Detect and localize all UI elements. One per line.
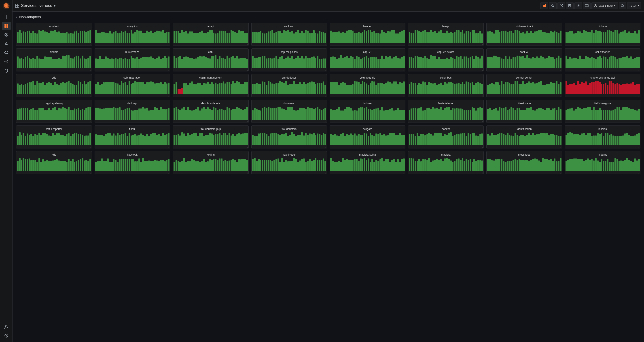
time-range-button[interactable]: Last 1 hour ▾ [592, 2, 618, 9]
resize-handle[interactable]: ⌟ [95, 68, 170, 71]
resize-handle[interactable]: ⌟ [408, 145, 484, 148]
service-card[interactable]: dark-api⌟ [94, 100, 170, 123]
service-card[interactable]: binbase-binapi⌟ [486, 23, 562, 46]
resize-handle[interactable]: ⌟ [16, 171, 92, 174]
service-card[interactable]: fault-detector⌟ [408, 100, 484, 123]
resize-handle[interactable]: ⌟ [173, 94, 248, 97]
service-card[interactable]: capi-v1-pcidss⌟ [251, 48, 327, 71]
service-card[interactable]: capi-v2-pcidss⌟ [408, 48, 484, 71]
resize-handle[interactable]: ⌟ [330, 171, 405, 174]
service-card[interactable]: columbus⌟ [408, 74, 484, 97]
resize-handle[interactable]: ⌟ [408, 43, 484, 45]
resize-handle[interactable]: ⌟ [486, 94, 562, 97]
sidebar-item-add[interactable] [2, 13, 11, 21]
service-card[interactable]: messages⌟ [486, 151, 562, 174]
service-card[interactable]: ceb-integration⌟ [94, 74, 170, 97]
resize-handle[interactable]: ⌟ [173, 145, 248, 148]
resize-handle[interactable]: ⌟ [486, 120, 562, 123]
service-card[interactable]: capi-v1⌟ [330, 48, 406, 71]
service-card[interactable]: fistful-reporter⌟ [16, 126, 92, 149]
view-toggle-button[interactable] [540, 2, 548, 9]
resize-handle[interactable]: ⌟ [330, 94, 405, 97]
resize-handle[interactable]: ⌟ [330, 120, 405, 123]
resize-handle[interactable]: ⌟ [95, 171, 170, 174]
resize-handle[interactable]: ⌟ [173, 43, 248, 45]
sidebar-item-help[interactable] [2, 332, 11, 340]
service-card[interactable]: keycloak⌟ [94, 151, 170, 174]
resize-handle[interactable]: ⌟ [252, 145, 327, 148]
service-card[interactable]: actula-ui⌟ [16, 23, 92, 46]
resize-handle[interactable]: ⌟ [330, 43, 405, 45]
resize-handle[interactable]: ⌟ [330, 68, 405, 71]
service-card[interactable]: hellgate⌟ [330, 126, 406, 149]
resize-handle[interactable]: ⌟ [565, 145, 640, 148]
resize-handle[interactable]: ⌟ [173, 171, 248, 174]
service-card[interactable]: insales⌟ [565, 126, 641, 149]
resize-handle[interactable]: ⌟ [486, 68, 562, 71]
service-card[interactable]: magista-kafka⌟ [330, 151, 406, 174]
service-card[interactable]: identification⌟ [486, 126, 562, 149]
service-card[interactable]: capi-v2⌟ [486, 48, 562, 71]
service-card[interactable]: cabi⌟ [173, 48, 249, 71]
resize-handle[interactable]: ⌟ [173, 120, 248, 123]
sidebar-item-shield[interactable] [2, 66, 11, 75]
sidebar-item-settings[interactable] [2, 58, 11, 66]
sidebar-item-cloud[interactable] [2, 49, 11, 57]
resize-handle[interactable]: ⌟ [486, 145, 562, 148]
search-button[interactable] [619, 2, 626, 9]
resize-handle[interactable]: ⌟ [486, 43, 562, 45]
star-button[interactable] [549, 2, 556, 9]
resize-handle[interactable]: ⌟ [330, 145, 405, 148]
service-card[interactable]: analytics⌟ [94, 23, 170, 46]
resize-handle[interactable]: ⌟ [408, 94, 484, 97]
tv-button[interactable] [583, 2, 590, 9]
service-card[interactable]: machinegun⌟ [251, 151, 327, 174]
service-card[interactable]: hooker⌟ [408, 126, 484, 149]
resize-handle[interactable]: ⌟ [16, 120, 92, 123]
service-card[interactable]: koffing⌟ [173, 151, 249, 174]
resize-handle[interactable]: ⌟ [173, 68, 248, 71]
resize-handle[interactable]: ⌟ [408, 68, 484, 71]
service-card[interactable]: control-center⌟ [486, 74, 562, 97]
resize-handle[interactable]: ⌟ [16, 43, 92, 45]
resize-handle[interactable]: ⌟ [252, 94, 327, 97]
title-chevron[interactable]: ▾ [54, 4, 56, 7]
resize-handle[interactable]: ⌟ [16, 94, 92, 97]
service-card[interactable]: binbase⌟ [565, 23, 641, 46]
service-card[interactable]: cbr-exporter⌟ [565, 48, 641, 71]
service-card[interactable]: columbus-db⌟ [330, 74, 406, 97]
resize-handle[interactable]: ⌟ [565, 171, 640, 174]
share-button[interactable] [558, 2, 565, 9]
resize-handle[interactable]: ⌟ [252, 43, 327, 45]
resize-handle[interactable]: ⌟ [95, 43, 170, 45]
resize-handle[interactable]: ⌟ [16, 68, 92, 71]
save-button[interactable] [566, 2, 574, 9]
service-card[interactable]: binapi⌟ [408, 23, 484, 46]
settings-button[interactable] [574, 2, 582, 9]
service-card[interactable]: midgard⌟ [565, 151, 641, 174]
resize-handle[interactable]: ⌟ [565, 94, 640, 97]
service-card[interactable]: claim-management⌟ [173, 74, 249, 97]
resize-handle[interactable]: ⌟ [408, 120, 484, 123]
resize-handle[interactable]: ⌟ [252, 68, 327, 71]
grafana-logo[interactable] [2, 2, 10, 10]
resize-handle[interactable]: ⌟ [95, 145, 170, 148]
service-card[interactable]: bustermaze⌟ [94, 48, 170, 71]
refresh-button[interactable]: 1m ▾ [627, 2, 641, 9]
service-card[interactable]: file-storage⌟ [486, 100, 562, 123]
service-card[interactable]: dashboard-beta⌟ [173, 100, 249, 123]
service-card[interactable]: bender⌟ [330, 23, 406, 46]
sidebar-item-dashboard[interactable] [2, 22, 11, 30]
resize-handle[interactable]: ⌟ [252, 120, 327, 123]
service-card[interactable]: biprime⌟ [16, 48, 92, 71]
service-card[interactable]: kds⌟ [16, 151, 92, 174]
resize-handle[interactable]: ⌟ [565, 68, 640, 71]
resize-handle[interactable]: ⌟ [565, 120, 640, 123]
service-card[interactable]: dominant⌟ [251, 100, 327, 123]
service-card[interactable]: fistful⌟ [94, 126, 170, 149]
sidebar-item-alerting[interactable] [2, 40, 11, 48]
resize-handle[interactable]: ⌟ [16, 145, 92, 148]
resize-handle[interactable]: ⌟ [95, 120, 170, 123]
resize-handle[interactable]: ⌟ [408, 171, 484, 174]
resize-handle[interactable]: ⌟ [565, 43, 640, 45]
